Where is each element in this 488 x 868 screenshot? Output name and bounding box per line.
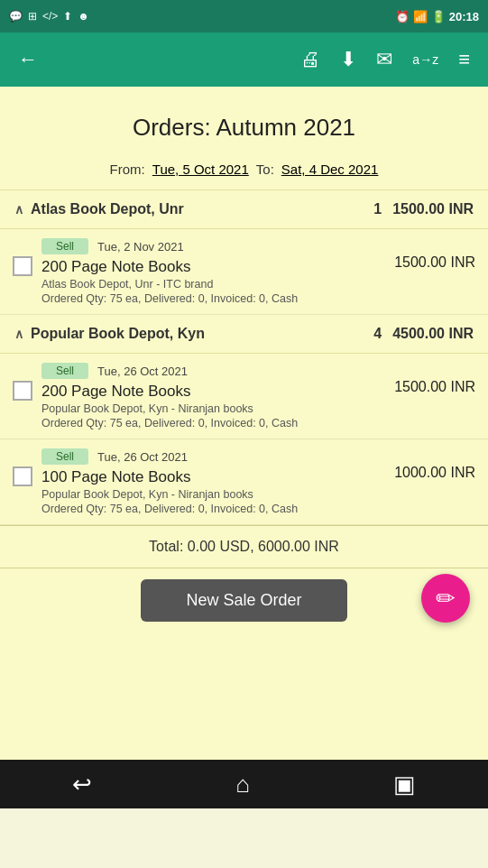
edit-icon: ✏ [436,585,456,613]
order-subtitle-2: Popular Book Depot, Kyn - Niranjan books [41,402,385,415]
order-date-1: Tue, 2 Nov 2021 [97,240,184,254]
toolbar: ← 🖨 ⬇ ✉ a→z ≡ [0,32,488,87]
order-checkbox-2[interactable] [13,381,32,401]
box-icon: ⊞ [28,10,37,23]
group-count-popular: 4 [373,326,382,342]
page-title-area: Orders: Autumn 2021 [0,87,488,154]
back-button[interactable]: ← [13,42,43,77]
group-amount-atlas: 1500.00 INR [392,201,474,217]
toolbar-actions: 🖨 ⬇ ✉ a→z ≡ [295,42,475,77]
order-subtitle-3: Popular Book Depot, Kyn - Niranjan books [41,488,385,501]
order-item-2: Sell Tue, 26 Oct 2021 200 Page Note Book… [0,354,488,439]
nav-recent-button[interactable]: ▣ [393,771,416,799]
download-button[interactable]: ⬇ [335,42,362,77]
from-date[interactable]: Tue, 5 Oct 2021 [152,162,249,177]
order-top-row-3: Sell Tue, 26 Oct 2021 [41,448,385,465]
order-item-3: Sell Tue, 26 Oct 2021 100 Page Note Book… [0,439,488,525]
order-name-2[interactable]: 200 Page Note Books [41,383,385,401]
order-checkbox-3[interactable] [13,466,32,486]
sort-button[interactable]: a→z [407,47,444,72]
collapse-icon-popular[interactable]: ∧ [14,327,23,341]
to-date[interactable]: Sat, 4 Dec 2021 [281,162,379,177]
order-date-3: Tue, 26 Oct 2021 [97,450,188,464]
order-amount-2: 1500.00 INR [394,379,475,395]
order-item-1: Sell Tue, 2 Nov 2021 200 Page Note Books… [0,229,488,315]
nav-back-button[interactable]: ↩ [72,771,92,799]
total-label: Total: 0.00 USD, 6000.00 INR [149,539,339,554]
order-top-row-1: Sell Tue, 2 Nov 2021 [41,238,385,254]
nav-home-button[interactable]: ⌂ [235,771,250,799]
group-name-atlas: Atlas Book Depot, Unr [31,201,184,217]
android-icon: ☻ [78,10,89,23]
whatsapp-icon: 💬 [9,10,23,23]
order-date-2: Tue, 26 Oct 2021 [97,365,188,378]
date-range: From: Tue, 5 Oct 2021 To: Sat, 4 Dec 202… [0,154,488,190]
to-label: To: [256,162,274,177]
group-header-popular[interactable]: ∧ Popular Book Depot, Kyn 4 4500.00 INR [0,315,488,354]
content-area: Orders: Autumn 2021 From: Tue, 5 Oct 202… [0,87,488,760]
order-name-3[interactable]: 100 Page Note Books [41,468,385,486]
order-name-1[interactable]: 200 Page Note Books [41,258,385,276]
order-details-2: Sell Tue, 26 Oct 2021 200 Page Note Book… [41,363,385,429]
order-qty-2: Ordered Qty: 75 ea, Delivered: 0, Invoic… [41,417,385,429]
order-qty-1: Ordered Qty: 75 ea, Delivered: 0, Invoic… [41,292,385,305]
order-qty-3: Ordered Qty: 75 ea, Delivered: 0, Invoic… [41,503,385,515]
group-count-atlas: 1 [373,201,382,217]
nav-bar: ↩ ⌂ ▣ [0,760,488,808]
bottom-bar: New Sale Order ✏ [0,568,488,632]
order-top-row-2: Sell Tue, 26 Oct 2021 [41,363,385,379]
alarm-icon: ⏰ [395,10,410,23]
fab-edit-button[interactable]: ✏ [421,574,470,623]
email-button[interactable]: ✉ [371,42,398,77]
status-icons-left: 💬 ⊞ </> ⬆ ☻ [9,10,89,23]
battery-icon: 🔋 [431,10,446,23]
order-subtitle-1: Atlas Book Depot, Unr - ITC brand [41,278,385,291]
group-name-popular: Popular Book Depot, Kyn [31,326,205,342]
signal-icon: 📶 [413,10,428,23]
menu-button[interactable]: ≡ [453,42,475,77]
code-icon: </> [42,10,58,23]
sell-badge-1: Sell [41,238,88,254]
order-amount-3: 1000.00 INR [394,465,475,481]
sell-badge-3: Sell [41,448,88,465]
order-amount-1: 1500.00 INR [394,254,475,271]
clock: 20:18 [449,10,479,23]
sell-badge-2: Sell [41,363,88,379]
total-bar: Total: 0.00 USD, 6000.00 INR [0,525,488,568]
new-sale-order-button[interactable]: New Sale Order [141,579,346,622]
print-button[interactable]: 🖨 [295,42,326,77]
group-amount-popular: 4500.00 INR [392,326,474,342]
order-checkbox-1[interactable] [13,256,32,276]
collapse-icon-atlas[interactable]: ∧ [14,202,23,217]
status-bar: 💬 ⊞ </> ⬆ ☻ ⏰ 📶 🔋 20:18 [0,0,488,32]
status-right: ⏰ 📶 🔋 20:18 [395,10,479,23]
group-header-atlas[interactable]: ∧ Atlas Book Depot, Unr 1 1500.00 INR [0,190,488,229]
order-details-1: Sell Tue, 2 Nov 2021 200 Page Note Books… [41,238,385,305]
from-label: From: [110,162,145,177]
order-details-3: Sell Tue, 26 Oct 2021 100 Page Note Book… [41,448,385,515]
page-title: Orders: Autumn 2021 [14,114,474,142]
usb-icon: ⬆ [63,10,72,23]
